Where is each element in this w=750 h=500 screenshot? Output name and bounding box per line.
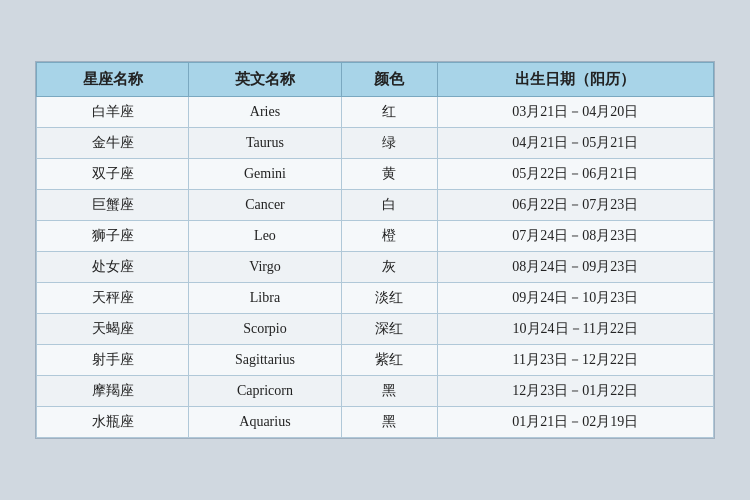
cell-row6-col1: Libra xyxy=(189,283,341,314)
cell-row5-col0: 处女座 xyxy=(37,252,189,283)
cell-row2-col1: Gemini xyxy=(189,159,341,190)
table-row: 射手座Sagittarius紫红11月23日－12月22日 xyxy=(37,345,714,376)
table-row: 处女座Virgo灰08月24日－09月23日 xyxy=(37,252,714,283)
cell-row8-col0: 射手座 xyxy=(37,345,189,376)
cell-row3-col2: 白 xyxy=(341,190,437,221)
cell-row0-col3: 03月21日－04月20日 xyxy=(437,97,713,128)
cell-row5-col2: 灰 xyxy=(341,252,437,283)
cell-row10-col3: 01月21日－02月19日 xyxy=(437,407,713,438)
cell-row4-col2: 橙 xyxy=(341,221,437,252)
cell-row3-col0: 巨蟹座 xyxy=(37,190,189,221)
table-row: 白羊座Aries红03月21日－04月20日 xyxy=(37,97,714,128)
cell-row2-col2: 黄 xyxy=(341,159,437,190)
cell-row1-col0: 金牛座 xyxy=(37,128,189,159)
cell-row8-col2: 紫红 xyxy=(341,345,437,376)
zodiac-table-container: 星座名称英文名称颜色出生日期（阳历） 白羊座Aries红03月21日－04月20… xyxy=(35,61,715,439)
cell-row10-col2: 黑 xyxy=(341,407,437,438)
cell-row2-col0: 双子座 xyxy=(37,159,189,190)
table-header-row: 星座名称英文名称颜色出生日期（阳历） xyxy=(37,63,714,97)
table-row: 天蝎座Scorpio深红10月24日－11月22日 xyxy=(37,314,714,345)
cell-row7-col3: 10月24日－11月22日 xyxy=(437,314,713,345)
cell-row6-col2: 淡红 xyxy=(341,283,437,314)
cell-row3-col1: Cancer xyxy=(189,190,341,221)
cell-row1-col3: 04月21日－05月21日 xyxy=(437,128,713,159)
cell-row10-col0: 水瓶座 xyxy=(37,407,189,438)
header-col-1: 英文名称 xyxy=(189,63,341,97)
cell-row0-col2: 红 xyxy=(341,97,437,128)
cell-row1-col1: Taurus xyxy=(189,128,341,159)
table-row: 天秤座Libra淡红09月24日－10月23日 xyxy=(37,283,714,314)
cell-row7-col2: 深红 xyxy=(341,314,437,345)
table-body: 白羊座Aries红03月21日－04月20日金牛座Taurus绿04月21日－0… xyxy=(37,97,714,438)
cell-row6-col0: 天秤座 xyxy=(37,283,189,314)
table-row: 水瓶座Aquarius黑01月21日－02月19日 xyxy=(37,407,714,438)
cell-row0-col0: 白羊座 xyxy=(37,97,189,128)
cell-row6-col3: 09月24日－10月23日 xyxy=(437,283,713,314)
table-row: 巨蟹座Cancer白06月22日－07月23日 xyxy=(37,190,714,221)
table-row: 摩羯座Capricorn黑12月23日－01月22日 xyxy=(37,376,714,407)
table-row: 金牛座Taurus绿04月21日－05月21日 xyxy=(37,128,714,159)
zodiac-table: 星座名称英文名称颜色出生日期（阳历） 白羊座Aries红03月21日－04月20… xyxy=(36,62,714,438)
cell-row2-col3: 05月22日－06月21日 xyxy=(437,159,713,190)
header-col-0: 星座名称 xyxy=(37,63,189,97)
cell-row5-col3: 08月24日－09月23日 xyxy=(437,252,713,283)
cell-row1-col2: 绿 xyxy=(341,128,437,159)
cell-row9-col3: 12月23日－01月22日 xyxy=(437,376,713,407)
cell-row7-col0: 天蝎座 xyxy=(37,314,189,345)
cell-row3-col3: 06月22日－07月23日 xyxy=(437,190,713,221)
cell-row4-col0: 狮子座 xyxy=(37,221,189,252)
cell-row4-col3: 07月24日－08月23日 xyxy=(437,221,713,252)
table-row: 狮子座Leo橙07月24日－08月23日 xyxy=(37,221,714,252)
cell-row5-col1: Virgo xyxy=(189,252,341,283)
cell-row9-col2: 黑 xyxy=(341,376,437,407)
cell-row7-col1: Scorpio xyxy=(189,314,341,345)
cell-row4-col1: Leo xyxy=(189,221,341,252)
table-row: 双子座Gemini黄05月22日－06月21日 xyxy=(37,159,714,190)
cell-row9-col1: Capricorn xyxy=(189,376,341,407)
cell-row8-col1: Sagittarius xyxy=(189,345,341,376)
header-col-3: 出生日期（阳历） xyxy=(437,63,713,97)
cell-row9-col0: 摩羯座 xyxy=(37,376,189,407)
cell-row8-col3: 11月23日－12月22日 xyxy=(437,345,713,376)
cell-row10-col1: Aquarius xyxy=(189,407,341,438)
header-col-2: 颜色 xyxy=(341,63,437,97)
cell-row0-col1: Aries xyxy=(189,97,341,128)
